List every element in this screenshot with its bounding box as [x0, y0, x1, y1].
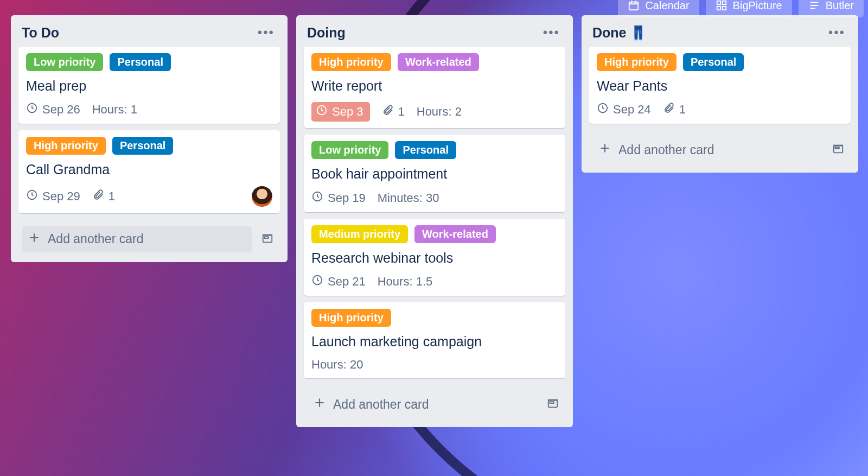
custom-field-badge: Hours: 2 — [417, 105, 462, 119]
card-title: Meal prep — [26, 78, 272, 94]
due-date-text: Sep 21 — [328, 275, 366, 289]
card-template-button[interactable] — [829, 141, 847, 159]
due-date-text: Sep 24 — [613, 103, 651, 117]
add-card-button[interactable]: Add another card — [592, 137, 822, 163]
due-date-badge[interactable]: Sep 19 — [311, 191, 366, 206]
card-label[interactable]: Low priority — [26, 53, 103, 71]
due-date-badge[interactable]: Sep 3 — [311, 102, 370, 122]
bigpicture-button[interactable]: BigPicture — [706, 0, 792, 17]
add-card-button[interactable]: Add another card — [307, 391, 537, 417]
plus-icon — [312, 396, 327, 413]
clock-icon — [597, 102, 609, 117]
template-icon — [261, 232, 273, 246]
list-title[interactable]: Done 👖 — [592, 25, 647, 41]
card-title: Launch marketing campaign — [311, 333, 558, 350]
clock-icon — [311, 274, 323, 289]
add-card-label: Add another card — [618, 143, 714, 157]
card-template-button[interactable] — [544, 395, 562, 414]
card-template-button[interactable] — [258, 230, 277, 249]
card-labels: Low priorityPersonal — [311, 141, 558, 159]
card-badges: Sep 241 — [597, 102, 843, 117]
svg-rect-2 — [722, 1, 725, 4]
paperclip-icon — [663, 102, 675, 117]
member-avatar[interactable] — [252, 186, 272, 207]
card-label[interactable]: Work-related — [414, 225, 496, 243]
list-menu-button[interactable]: ••• — [541, 24, 562, 41]
plus-icon — [27, 231, 41, 248]
due-date-text: Sep 3 — [332, 105, 363, 119]
card-badges: Sep 26Hours: 1 — [26, 102, 272, 117]
card-label[interactable]: High priority — [311, 53, 391, 71]
svg-rect-14 — [550, 402, 554, 403]
butler-button[interactable]: Butler — [799, 0, 864, 17]
card-badges: Hours: 20 — [311, 358, 558, 372]
add-card-label: Add another card — [48, 232, 143, 246]
list-title[interactable]: Doing — [307, 25, 346, 41]
card[interactable]: High priorityWork-relatedWrite reportSep… — [304, 47, 565, 128]
card-badges: Sep 31Hours: 2 — [311, 102, 558, 122]
due-date-badge[interactable]: Sep 26 — [26, 102, 80, 117]
svg-rect-19 — [833, 145, 843, 146]
due-date-text: Sep 29 — [42, 189, 80, 204]
svg-rect-3 — [717, 7, 720, 10]
attachments-badge[interactable]: 1 — [382, 104, 405, 119]
card[interactable]: Low priorityPersonalMeal prepSep 26Hours… — [18, 47, 280, 124]
card-badges: Sep 291 — [26, 186, 272, 207]
attachments-badge[interactable]: 1 — [663, 102, 686, 117]
attachments-count: 1 — [108, 189, 115, 204]
list-header: Done 👖••• — [587, 22, 853, 47]
top-toolbar: Calendar BigPicture Butler — [618, 0, 864, 17]
card-labels: Low priorityPersonal — [26, 53, 272, 71]
clock-icon — [311, 191, 323, 206]
add-card-label: Add another card — [333, 397, 429, 412]
paperclip-icon — [92, 189, 104, 204]
calendar-icon — [628, 0, 640, 11]
list-menu-button[interactable]: ••• — [256, 24, 277, 41]
list: To Do•••Low priorityPersonalMeal prepSep… — [11, 15, 288, 262]
svg-rect-4 — [722, 7, 725, 10]
card[interactable]: High priorityPersonalCall GrandmaSep 291 — [18, 130, 280, 213]
list-title[interactable]: To Do — [22, 25, 59, 41]
add-card-button[interactable]: Add another card — [22, 226, 252, 252]
clock-icon — [26, 189, 38, 204]
card[interactable]: High priorityLaunch marketing campaignHo… — [304, 302, 565, 378]
card[interactable]: Medium priorityWork-relatedResearch webi… — [304, 219, 565, 296]
lines-icon — [808, 0, 820, 11]
template-icon — [547, 397, 559, 411]
card-label[interactable]: Medium priority — [311, 225, 408, 243]
custom-field-badge: Minutes: 30 — [378, 191, 439, 205]
list-header: To Do••• — [16, 22, 282, 47]
card-label[interactable]: Low priority — [311, 141, 388, 159]
svg-rect-18 — [835, 148, 839, 149]
card-title: Research webinar tools — [311, 250, 558, 266]
svg-rect-15 — [548, 399, 558, 401]
board: To Do•••Low priorityPersonalMeal prepSep… — [11, 15, 858, 427]
card-label[interactable]: Personal — [683, 53, 744, 71]
card-label[interactable]: High priority — [311, 309, 391, 327]
list: Done 👖•••High priorityPersonalWear Pants… — [582, 15, 858, 173]
list-header: Doing••• — [302, 22, 567, 47]
attachments-badge[interactable]: 1 — [92, 189, 115, 204]
due-date-badge[interactable]: Sep 21 — [311, 274, 366, 289]
calendar-button[interactable]: Calendar — [618, 0, 699, 17]
card-label[interactable]: Personal — [110, 53, 170, 71]
due-date-badge[interactable]: Sep 24 — [597, 102, 651, 117]
card-label[interactable]: Work-related — [398, 53, 479, 71]
card-label[interactable]: Personal — [112, 137, 173, 155]
bigpicture-button-label: BigPicture — [733, 0, 782, 12]
card-labels: High priority — [311, 309, 558, 327]
card-label[interactable]: High priority — [26, 137, 106, 155]
card-label[interactable]: Personal — [395, 141, 456, 159]
clock-icon — [26, 102, 38, 117]
butler-button-label: Butler — [826, 0, 854, 12]
card-labels: High priorityPersonal — [26, 137, 272, 155]
card-label[interactable]: High priority — [597, 53, 676, 71]
list-menu-button[interactable]: ••• — [826, 24, 847, 41]
card-title: Wear Pants — [597, 78, 843, 94]
attachments-count: 1 — [679, 103, 686, 117]
card[interactable]: High priorityPersonalWear PantsSep 241 — [589, 47, 851, 124]
card-labels: High priorityPersonal — [597, 53, 843, 71]
add-card-row: Add another card — [16, 220, 282, 256]
due-date-badge[interactable]: Sep 29 — [26, 189, 80, 204]
card[interactable]: Low priorityPersonalBook hair appointmen… — [304, 135, 565, 212]
